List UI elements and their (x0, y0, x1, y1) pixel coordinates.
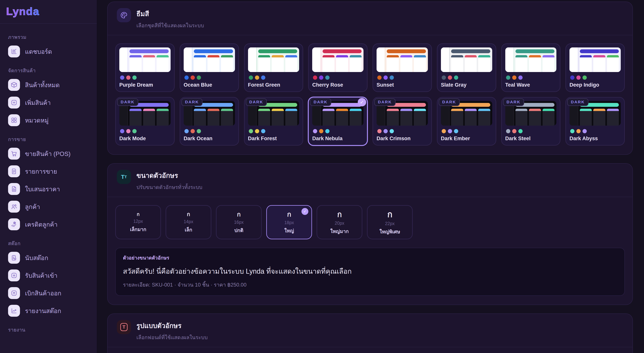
font-size-title: ขนาดตัวอักษร (136, 170, 202, 181)
sidebar-item[interactable]: สินค้าทั้งหมด (4, 78, 93, 92)
font-size-option[interactable]: ก18pxใหญ่✓ (266, 205, 312, 239)
font-size-preview-detail: รายละเอียด: SKU-001 · จำนวน 10 ชิ้น · รา… (123, 280, 617, 289)
size-px-value: 12px (133, 219, 143, 224)
theme-card[interactable]: DARKDark Abyss (566, 97, 625, 146)
theme-card[interactable]: DARKDark Crimson (372, 97, 432, 146)
font-size-option[interactable]: ก20pxใหญ่มาก (316, 205, 362, 239)
color-dot (255, 129, 259, 133)
sidebar-item[interactable]: รายงานสต๊อก (4, 304, 93, 318)
dashboard-icon (8, 46, 20, 58)
sidebar-item-label: ขายสินค้า (POS) (25, 149, 70, 159)
theme-card[interactable]: Deep Indigo (566, 44, 625, 92)
sidebar-item-label: ลูกค้า (25, 202, 40, 212)
sidebar-item[interactable]: เครดิตลูกค้า (4, 217, 93, 232)
color-dot (454, 76, 458, 80)
color-dot (390, 129, 394, 133)
theme-card[interactable]: Ocean Blue (180, 44, 239, 92)
dark-mode-badge: DARK (181, 98, 203, 106)
font-size-option[interactable]: ก12pxเล็กมาก (115, 205, 161, 239)
sidebar-item[interactable]: เบิกสินค้าออก (4, 286, 93, 300)
theme-name: Purple Dream (119, 82, 170, 88)
color-dot (197, 129, 201, 133)
size-label: เล็ก (185, 226, 192, 234)
color-dot (377, 76, 382, 80)
theme-card[interactable]: DARK✓Dark Nebula (308, 97, 368, 146)
theme-color-dots (120, 76, 170, 80)
sidebar-item[interactable]: ใบเสนอราคา (4, 182, 93, 196)
color-dot (576, 129, 580, 133)
theme-card[interactable]: DARKDark Ocean (180, 97, 239, 146)
theme-preview (248, 48, 299, 72)
theme-card[interactable]: Sunset (372, 44, 432, 92)
font-size-section-header: TT ขนาดตัวอักษร ปรับขนาดตัวอักษรทั่วทั้ง… (108, 164, 632, 197)
add-square-icon (8, 96, 20, 108)
theme-name: Dark Steel (505, 136, 556, 142)
theme-name: Cherry Rose (312, 82, 364, 88)
theme-card[interactable]: Teal Wave (501, 44, 560, 92)
sidebar-item[interactable]: แดชบอร์ด (4, 44, 93, 58)
sidebar-item[interactable]: รับสินค้าเข้า (4, 268, 93, 282)
theme-card[interactable]: DARKDark Ember (437, 97, 496, 146)
sidebar-item[interactable]: รายการขาย (4, 164, 93, 178)
font-size-preview-text: สวัสดีครับ! นี่คือตัวอย่างข้อความในระบบ … (123, 266, 617, 277)
color-dot (184, 129, 189, 133)
sidebar-item-label: รายงานสต๊อก (25, 306, 61, 316)
size-sample-char: ก (387, 209, 392, 220)
color-dot (377, 129, 382, 133)
color-dot (582, 76, 587, 80)
theme-color-dots (120, 129, 170, 133)
color-dot (184, 76, 189, 80)
font-family-subtitle: เลือกฟอนต์ที่ใช้แสดงผลในระบบ (136, 333, 208, 342)
sidebar-item[interactable]: หมวดหมู่ (4, 113, 93, 127)
font-family-section: T รูปแบบตัวอักษร เลือกฟอนต์ที่ใช้แสดงผลใ… (107, 314, 633, 353)
app-window: Lynda ภาพรวมแดชบอร์ดจัดการสินค้าสินค้าทั… (0, 0, 644, 353)
sidebar-item[interactable]: ลูกค้า (4, 200, 93, 214)
nav-section-label: ภาพรวม (8, 33, 89, 41)
color-dot (384, 129, 388, 133)
theme-color-dots (442, 129, 492, 133)
dark-mode-badge: DARK (374, 98, 396, 106)
theme-preview: DARK (505, 101, 556, 126)
size-sample-char: ก (137, 212, 140, 217)
size-px-value: 20px (335, 221, 344, 226)
theme-name: Dark Mode (119, 136, 170, 142)
theme-card[interactable]: DARKDark Mode (115, 97, 175, 146)
sidebar-item[interactable]: เพิ่มสินค้า (4, 96, 93, 110)
theme-color-dots (377, 76, 428, 80)
color-dot (319, 76, 323, 80)
theme-name: Dark Forest (248, 136, 299, 142)
color-dot (512, 129, 516, 133)
theme-card[interactable]: DARKDark Forest (244, 97, 303, 146)
theme-color-dots (184, 76, 235, 80)
theme-name: Dark Ocean (184, 136, 235, 142)
font-size-option[interactable]: ก14pxเล็ก (166, 205, 211, 239)
color-dot (126, 129, 130, 133)
theme-preview: DARK (184, 101, 235, 126)
grid-icon (8, 114, 20, 126)
sidebar-item[interactable]: นับสต๊อก (4, 251, 93, 265)
app-logo: Lynda (6, 5, 40, 18)
sidebar-item-label: นับสต๊อก (25, 253, 48, 263)
color-dot (190, 76, 195, 80)
font-size-preview: ตัวอย่างขนาดตัวอักษร สวัสดีครับ! นี่คือต… (115, 248, 625, 296)
sidebar-item[interactable]: ขายสินค้า (POS) (4, 146, 93, 161)
dark-mode-badge: DARK (567, 98, 588, 106)
theme-card[interactable]: Purple Dream (115, 44, 175, 92)
theme-name: Forest Green (248, 82, 299, 88)
font-size-option[interactable]: ก22pxใหญ่พิเศษ (367, 205, 413, 239)
size-sample-char: ก (287, 210, 291, 218)
selected-check-icon: ✓ (302, 208, 308, 215)
nav-section-label: สต๊อก (8, 240, 89, 247)
stock-in-icon (8, 270, 20, 281)
color-dot (506, 76, 510, 80)
theme-preview (505, 48, 556, 72)
font-size-option[interactable]: ก16pxปกติ (216, 205, 262, 239)
theme-card[interactable]: Slate Gray (437, 44, 496, 92)
theme-card[interactable]: Cherry Rose (308, 44, 368, 92)
stock-count-icon (8, 252, 20, 264)
color-dot (132, 76, 136, 80)
receipt-icon (8, 165, 20, 177)
theme-card[interactable]: DARKDark Steel (501, 97, 560, 146)
theme-card[interactable]: Forest Green (244, 44, 303, 92)
theme-section-header: ธีมสี เลือกชุดสีที่ใช้แสดงผลในระบบ (108, 2, 632, 35)
